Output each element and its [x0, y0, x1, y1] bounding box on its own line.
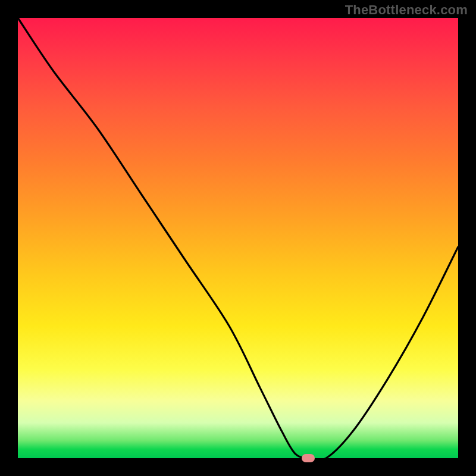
curve-svg: [18, 18, 458, 458]
optimum-marker: [302, 454, 315, 462]
bottleneck-curve-path: [18, 18, 458, 461]
watermark-text: TheBottleneck.com: [345, 2, 468, 18]
bottleneck-chart: TheBottleneck.com: [0, 0, 476, 476]
plot-area: [18, 18, 458, 458]
